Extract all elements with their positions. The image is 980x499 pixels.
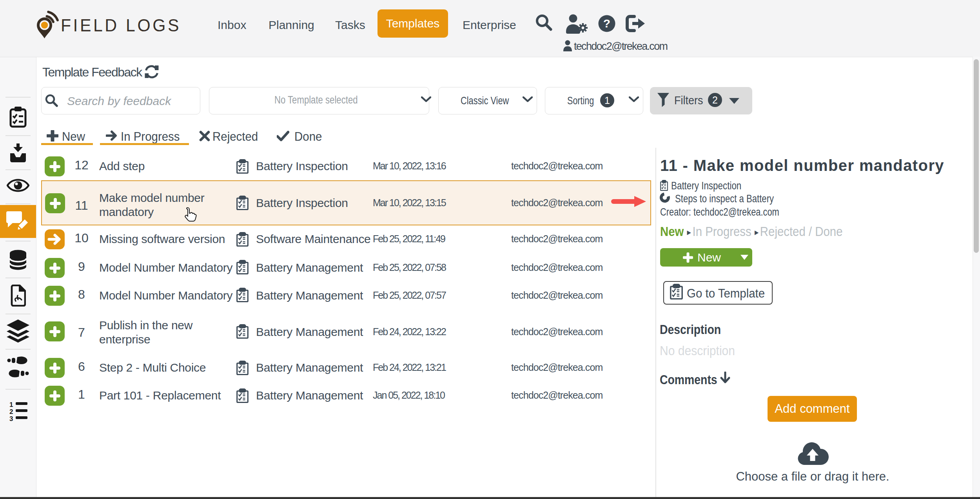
svg-text:3: 3 bbox=[9, 415, 13, 421]
svg-text:2: 2 bbox=[9, 408, 13, 416]
svg-text:?: ? bbox=[603, 17, 610, 30]
svg-text:1: 1 bbox=[9, 401, 13, 408]
